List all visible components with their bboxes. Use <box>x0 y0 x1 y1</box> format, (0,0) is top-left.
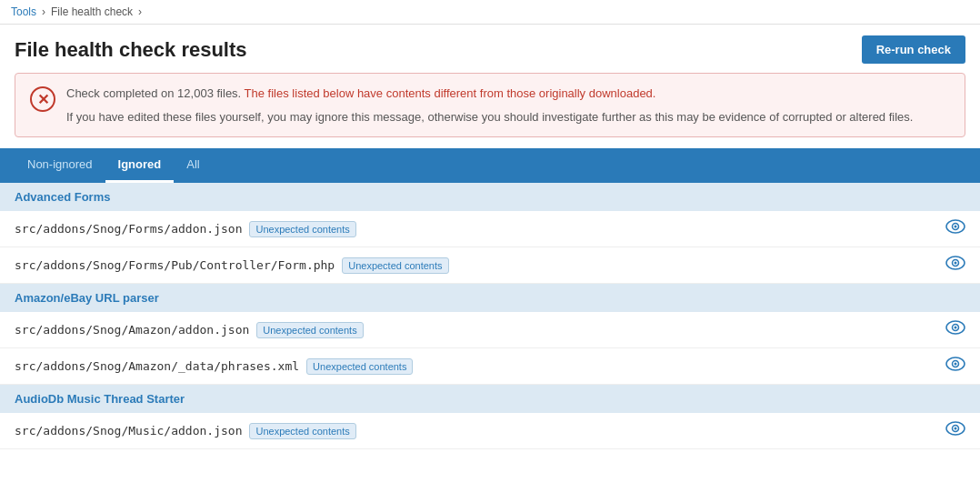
file-path: src/addons/Snog/Forms/Pub/Controller/For… <box>15 258 335 272</box>
table-row: src/addons/Snog/Forms/Pub/Controller/For… <box>0 247 980 284</box>
alert-line1-highlight: The files listed below have contents dif… <box>245 86 656 100</box>
alert-text: Check completed on 12,003 files. The fil… <box>66 85 913 126</box>
tab-all[interactable]: All <box>174 148 212 183</box>
table-row: src/addons/Snog/Music/addon.jsonUnexpect… <box>0 413 980 449</box>
alert-box: ✕ Check completed on 12,003 files. The f… <box>15 73 965 137</box>
svg-point-14 <box>955 428 957 430</box>
tab-non-ignored[interactable]: Non-ignored <box>15 148 105 183</box>
svg-point-8 <box>955 327 957 329</box>
status-badge: Unexpected contents <box>249 423 355 439</box>
svg-point-11 <box>955 363 957 366</box>
section-header-2: AudioDb Music Thread Starter <box>0 385 980 413</box>
breadcrumb-sep2: › <box>138 5 142 18</box>
status-badge: Unexpected contents <box>256 322 363 338</box>
file-left: src/addons/Snog/Music/addon.jsonUnexpect… <box>15 423 356 439</box>
breadcrumb-sep1: › <box>42 5 45 18</box>
table-row: src/addons/Snog/Amazon/addon.jsonUnexpec… <box>0 312 980 348</box>
svg-point-2 <box>955 226 957 228</box>
alert-line2: If you have edited these files yourself,… <box>66 108 913 126</box>
view-file-icon[interactable] <box>945 219 965 238</box>
file-left: src/addons/Snog/Forms/addon.jsonUnexpect… <box>15 221 356 237</box>
section-header-0: Advanced Forms <box>0 183 980 211</box>
alert-line1-plain: Check completed on 12,003 files. <box>66 86 245 100</box>
alert-line1: Check completed on 12,003 files. The fil… <box>66 85 913 103</box>
view-file-icon[interactable] <box>945 256 965 275</box>
svg-point-5 <box>955 262 957 265</box>
tab-ignored[interactable]: Ignored <box>105 148 175 183</box>
status-badge: Unexpected contents <box>249 221 355 237</box>
breadcrumb: Tools › File health check › <box>0 0 980 25</box>
view-file-icon[interactable] <box>945 357 965 376</box>
breadcrumb-current: File health check <box>51 5 133 18</box>
breadcrumb-tools-link[interactable]: Tools <box>11 5 36 18</box>
page-header: File health check results Re-run check <box>0 25 980 73</box>
file-path: src/addons/Snog/Forms/addon.json <box>15 222 242 236</box>
error-icon: ✕ <box>30 86 55 112</box>
file-left: src/addons/Snog/Amazon/addon.jsonUnexpec… <box>15 322 364 338</box>
view-file-icon[interactable] <box>945 421 965 440</box>
file-path: src/addons/Snog/Amazon/_data/phrases.xml <box>15 359 299 373</box>
section-header-1: Amazon/eBay URL parser <box>0 284 980 312</box>
tabs-bar: Non-ignored Ignored All <box>0 148 980 183</box>
file-left: src/addons/Snog/Amazon/_data/phrases.xml… <box>15 358 413 375</box>
page-title: File health check results <box>15 38 247 62</box>
status-badge: Unexpected contents <box>306 358 413 375</box>
status-badge: Unexpected contents <box>342 257 448 274</box>
table-container: Advanced Formssrc/addons/Snog/Forms/addo… <box>0 183 980 449</box>
view-file-icon[interactable] <box>945 320 965 339</box>
file-left: src/addons/Snog/Forms/Pub/Controller/For… <box>15 257 449 274</box>
file-path: src/addons/Snog/Music/addon.json <box>15 424 242 438</box>
rerun-button[interactable]: Re-run check <box>862 35 965 64</box>
table-row: src/addons/Snog/Forms/addon.jsonUnexpect… <box>0 211 980 247</box>
table-row: src/addons/Snog/Amazon/_data/phrases.xml… <box>0 348 980 385</box>
file-path: src/addons/Snog/Amazon/addon.json <box>15 323 249 337</box>
